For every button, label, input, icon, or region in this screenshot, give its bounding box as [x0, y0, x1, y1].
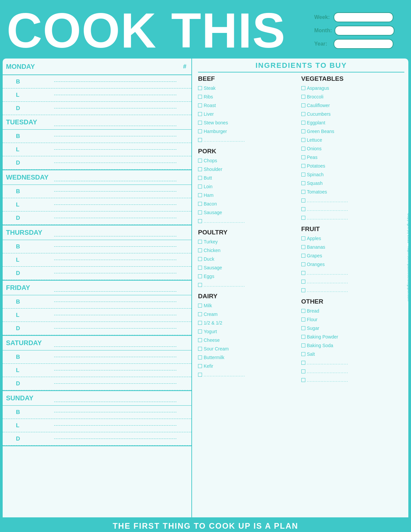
ingredient-checkbox[interactable]: [198, 103, 202, 107]
ingredient-checkbox[interactable]: [301, 155, 305, 159]
meal-row: B: [3, 406, 191, 419]
ingredient-checkbox[interactable]: [198, 193, 202, 197]
meal-line: [54, 425, 176, 426]
ingredient-checkbox[interactable]: [198, 112, 202, 116]
ingredient-checkbox[interactable]: [301, 245, 305, 249]
ingredient-checkbox[interactable]: [301, 121, 305, 125]
ingredient-checkbox[interactable]: [301, 254, 305, 258]
ingredient-checkbox[interactable]: [301, 103, 305, 107]
ingredient-checkbox[interactable]: [198, 210, 202, 214]
ingredient-checkbox[interactable]: [301, 207, 305, 211]
ingredient-checkbox[interactable]: [301, 309, 305, 313]
meal-row: B: [3, 185, 191, 198]
ingredient-checkbox[interactable]: [198, 257, 202, 261]
ingredient-checkbox[interactable]: [198, 338, 202, 342]
ingredient-section: PORK Chops Shoulder Butt Loin Ham: [198, 148, 299, 225]
ingredient-checkbox[interactable]: [198, 167, 202, 171]
day-title-row: SUNDAY: [3, 391, 191, 406]
day-title-line: [54, 126, 176, 126]
ingredient-checkbox[interactable]: [301, 173, 305, 177]
ingredient-item: Cucumbers: [301, 110, 402, 118]
month-input[interactable]: [335, 26, 394, 36]
ingredient-checkbox[interactable]: [198, 283, 202, 287]
ingredient-checkbox[interactable]: [301, 216, 305, 220]
ingredient-blank: ...........................: [204, 138, 245, 143]
ingredient-checkbox[interactable]: [301, 138, 305, 142]
meal-letter-cell: B: [3, 188, 54, 195]
ingredient-checkbox[interactable]: [301, 262, 305, 266]
meal-row: B: [3, 75, 191, 88]
ingredient-text: Bread: [307, 308, 319, 314]
ingredient-blank: ...........................: [307, 378, 349, 383]
meal-line: [54, 412, 176, 412]
ingredient-item: Chops: [198, 156, 299, 165]
ingredient-checkbox[interactable]: [198, 129, 202, 133]
ingredient-checkbox[interactable]: [301, 378, 305, 382]
ingredient-checkbox[interactable]: [198, 86, 202, 90]
ingredient-text: Steak: [204, 85, 216, 91]
ingredient-checkbox[interactable]: [198, 159, 202, 163]
day-title-row: TUESDAY: [3, 115, 191, 130]
ingredient-text: Baking Soda: [307, 343, 333, 348]
ingredient-text: Cream: [204, 312, 218, 317]
ingredient-checkbox[interactable]: [301, 280, 305, 284]
hash-header: #: [178, 63, 191, 70]
ingredient-checkbox[interactable]: [301, 236, 305, 240]
ingredient-item: Loin: [198, 182, 299, 191]
ingredient-item: Salt: [301, 350, 402, 358]
ingredient-checkbox[interactable]: [198, 330, 202, 333]
ingredient-checkbox[interactable]: [301, 335, 305, 339]
ingredient-item: Milk: [198, 301, 299, 310]
ingredients-col1: BEEF Steak Ribs Roast Liver Stew bones: [198, 75, 301, 515]
ingredient-checkbox[interactable]: [198, 121, 202, 125]
ingredient-checkbox[interactable]: [301, 147, 305, 151]
ingredient-item: Grapes: [301, 251, 402, 260]
meal-planner: MONDAY # B L D TUESDAY: [3, 59, 192, 517]
ingredient-checkbox[interactable]: [301, 271, 305, 275]
ingredient-checkbox[interactable]: [198, 176, 202, 180]
meal-row: D: [3, 102, 191, 115]
ingredient-checkbox[interactable]: [301, 95, 305, 99]
ingredient-item: Sausage: [198, 208, 299, 217]
ingredient-checkbox[interactable]: [301, 352, 305, 356]
ingredient-checkbox[interactable]: [301, 318, 305, 322]
ingredient-section-title: DAIRY: [198, 293, 299, 300]
ingredient-section-title: VEGETABLES: [301, 75, 402, 82]
ingredient-text: Sausage: [204, 210, 222, 215]
ingredient-checkbox[interactable]: [198, 373, 202, 377]
ingredient-checkbox[interactable]: [198, 364, 202, 368]
ingredient-checkbox[interactable]: [301, 369, 305, 373]
ingredient-checkbox[interactable]: [301, 129, 305, 133]
ingredient-checkbox[interactable]: [198, 274, 202, 278]
ingredient-checkbox[interactable]: [301, 343, 305, 347]
ingredient-checkbox[interactable]: [198, 355, 202, 359]
ingredient-text: Hamburger: [204, 129, 227, 134]
ingredient-text: Kefir: [204, 363, 213, 369]
ingredient-checkbox[interactable]: [301, 112, 305, 116]
ingredient-checkbox[interactable]: [301, 190, 305, 194]
ingredient-checkbox[interactable]: [301, 361, 305, 365]
ingredient-checkbox[interactable]: [198, 312, 202, 316]
year-input[interactable]: [334, 39, 393, 49]
ingredient-item: Sausage: [198, 263, 299, 272]
ingredient-checkbox[interactable]: [301, 199, 305, 202]
week-input[interactable]: [334, 12, 393, 22]
ingredient-checkbox[interactable]: [198, 321, 202, 325]
ingredient-checkbox[interactable]: [301, 326, 305, 330]
ingredient-checkbox[interactable]: [301, 164, 305, 168]
ingredient-checkbox[interactable]: [198, 240, 202, 244]
ingredient-checkbox[interactable]: [198, 266, 202, 270]
ingredient-checkbox[interactable]: [198, 95, 202, 99]
ingredient-checkbox[interactable]: [198, 202, 202, 206]
ingredient-checkbox[interactable]: [198, 138, 202, 142]
ingredient-checkbox[interactable]: [301, 86, 305, 90]
ingredient-text: Duck: [204, 256, 214, 262]
meal-letter-cell: B: [3, 78, 54, 85]
ingredient-checkbox[interactable]: [198, 185, 202, 189]
ingredient-checkbox[interactable]: [301, 181, 305, 185]
ingredient-checkbox[interactable]: [198, 304, 202, 308]
ingredient-checkbox[interactable]: [198, 248, 202, 252]
ingredient-checkbox[interactable]: [198, 219, 202, 223]
ingredient-checkbox[interactable]: [198, 347, 202, 351]
ingredient-checkbox[interactable]: [301, 288, 305, 292]
